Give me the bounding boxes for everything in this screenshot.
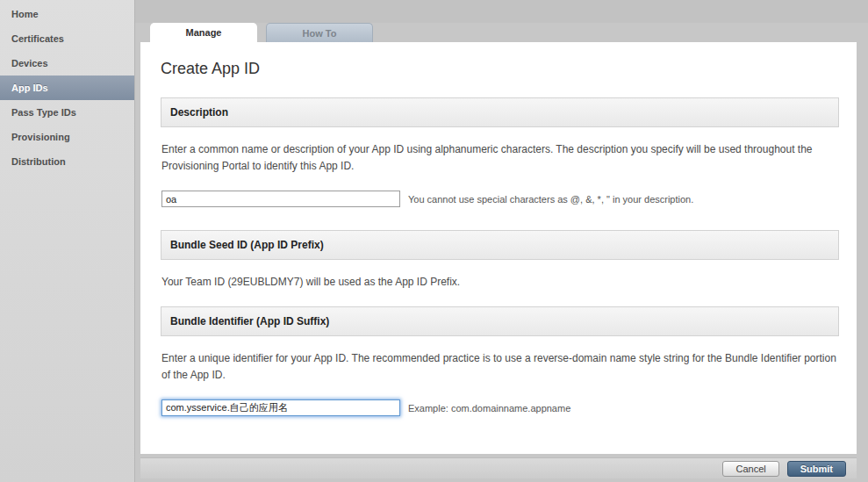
sidebar-item-label: Certificates — [11, 33, 64, 44]
bundle-identifier-field-row: Example: com.domainname.appname — [161, 399, 839, 416]
sidebar-item-distribution[interactable]: Distribution — [0, 149, 134, 174]
section-heading-text: Description — [170, 106, 228, 119]
page-title: Create App ID — [161, 60, 839, 78]
tab-how-to[interactable]: How To — [266, 23, 373, 42]
sidebar-item-devices[interactable]: Devices — [0, 51, 134, 76]
sidebar-item-label: Pass Type IDs — [11, 107, 76, 118]
top-strip — [135, 0, 868, 23]
description-hint: You cannot use special characters as @, … — [408, 194, 693, 205]
sidebar-item-provisioning[interactable]: Provisioning — [0, 125, 134, 149]
bundle-identifier-hint: Example: com.domainname.appname — [408, 403, 570, 414]
bundle-identifier-input[interactable] — [161, 399, 400, 416]
section-header-bundle-identifier: Bundle Identifier (App ID Suffix) — [161, 306, 839, 336]
sidebar: Home Certificates Devices App IDs Pass T… — [0, 0, 135, 482]
tab-manage-label: Manage — [186, 27, 222, 38]
sidebar-item-home[interactable]: Home — [0, 2, 134, 26]
submit-button[interactable]: Submit — [787, 461, 846, 477]
sidebar-item-certificates[interactable]: Certificates — [0, 26, 134, 51]
sidebar-item-label: Provisioning — [11, 132, 70, 142]
app-window: Home Certificates Devices App IDs Pass T… — [0, 0, 868, 482]
main-area: Manage How To Create App ID Description … — [135, 0, 868, 482]
cancel-button[interactable]: Cancel — [722, 461, 778, 477]
sidebar-item-label: Devices — [11, 58, 48, 68]
tab-manage[interactable]: Manage — [150, 23, 257, 42]
footer-action-bar: Cancel Submit — [140, 457, 857, 478]
bundle-seed-help-text: Your Team ID (29EUBLDMY7) will be used a… — [161, 274, 839, 291]
content-panel: Create App ID Description Enter a common… — [140, 42, 857, 454]
tab-bar: Manage How To — [135, 23, 868, 42]
section-header-description: Description — [161, 97, 839, 127]
section-header-bundle-seed-id: Bundle Seed ID (App ID Prefix) — [161, 230, 839, 260]
description-input[interactable] — [161, 191, 400, 207]
bottom-gap — [135, 478, 868, 482]
section-heading-text: Bundle Seed ID (App ID Prefix) — [170, 239, 324, 251]
sidebar-item-pass-type-ids[interactable]: Pass Type IDs — [0, 100, 134, 125]
bundle-identifier-help-text: Enter a unique identifier for your App I… — [161, 350, 839, 384]
section-heading-text: Bundle Identifier (App ID Suffix) — [170, 315, 329, 327]
sidebar-item-label: App IDs — [11, 83, 48, 93]
description-field-row: You cannot use special characters as @, … — [161, 191, 839, 207]
sidebar-item-app-ids[interactable]: App IDs — [0, 76, 134, 100]
description-help-text: Enter a common name or description of yo… — [161, 141, 839, 175]
sidebar-item-label: Home — [11, 9, 39, 19]
sidebar-item-label: Distribution — [11, 156, 66, 167]
tab-how-to-label: How To — [303, 28, 337, 39]
